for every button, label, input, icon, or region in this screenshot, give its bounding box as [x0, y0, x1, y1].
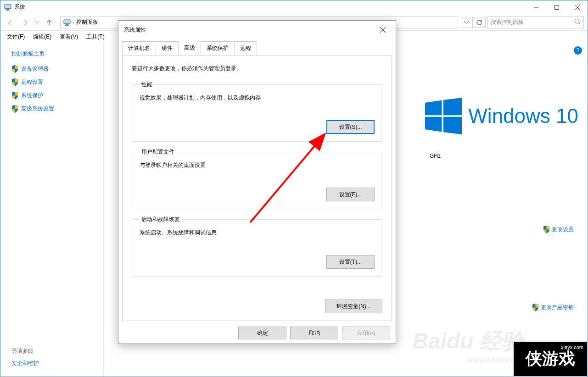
forward-arrow-icon	[22, 19, 29, 26]
system-properties-dialog: 系统属性 计算机名 硬件 高级 系统保护 远程 要进行大多数更改，你必须作为管理…	[118, 20, 396, 344]
change-settings-link[interactable]: 更改设置	[543, 226, 574, 233]
system-icon	[4, 4, 11, 11]
chevron-down-icon	[35, 21, 39, 24]
startup-settings-button[interactable]: 设置(T)...	[326, 255, 375, 269]
shield-icon	[11, 92, 18, 100]
user-profiles-group: 用户配置文件 与登录帐户相关的桌面设置 设置(E)...	[133, 148, 381, 209]
shield-icon	[532, 304, 539, 311]
tab-hardware[interactable]: 硬件	[156, 41, 179, 55]
search-box[interactable]: 搜索控制面板	[487, 17, 584, 28]
tab-panel-advanced: 要进行大多数更改，你必须作为管理员登录。 性能 视觉效果，处理器计划，内存使用，…	[122, 55, 392, 321]
monitor-icon	[63, 19, 71, 26]
performance-group: 性能 视觉效果，处理器计划，内存使用，以及虚拟内存 设置(S)...	[133, 81, 381, 142]
shield-icon	[11, 105, 18, 113]
sidebar-item-label: 高级系统设置	[21, 105, 54, 113]
admin-notice: 要进行大多数更改，你必须作为管理员登录。	[132, 65, 382, 72]
maximize-icon	[554, 5, 559, 10]
windows-logo-icon	[425, 98, 462, 134]
sidebar-item-label: 系统保护	[21, 92, 43, 100]
chevron-down-icon	[464, 21, 469, 24]
dialog-title: 系统属性	[124, 26, 375, 34]
back-button[interactable]	[4, 16, 17, 29]
startup-desc: 系统启动、系统故障和调试信息	[140, 229, 375, 237]
startup-group: 启动和故障恢复 系统启动、系统故障和调试信息 设置(T)...	[133, 216, 381, 277]
shield-icon	[11, 65, 18, 73]
control-panel-home[interactable]: 控制面板主页	[11, 50, 92, 58]
back-arrow-icon	[7, 19, 14, 26]
close-button[interactable]	[567, 0, 588, 14]
performance-settings-button[interactable]: 设置(S)...	[326, 120, 375, 134]
titlebar: 系统	[0, 0, 588, 14]
ghz-text: GHz	[430, 153, 441, 159]
forward-button[interactable]	[19, 16, 32, 29]
dialog-titlebar: 系统属性	[118, 21, 396, 39]
change-product-key-link[interactable]: 更改产品密钥	[532, 304, 574, 311]
address-dropdown[interactable]	[460, 17, 473, 28]
user-profiles-desc: 与登录帐户相关的桌面设置	[140, 161, 375, 169]
tab-advanced[interactable]: 高级	[178, 41, 201, 55]
menu-edit[interactable]: 编辑(E)	[29, 31, 55, 43]
dialog-close-button[interactable]	[375, 22, 390, 37]
security-maintenance-link[interactable]: 安全和维护	[11, 360, 39, 366]
sidebar: 控制面板主页 设备管理器 远程设置 系统保护 高级系统设置 另请参阅 安全和维护	[0, 43, 104, 377]
environment-variables-button[interactable]: 环境变量(N)...	[325, 299, 382, 313]
maximize-button[interactable]	[546, 0, 567, 14]
performance-legend: 性能	[140, 81, 154, 89]
sidebar-item-advanced-settings[interactable]: 高级系统设置	[11, 105, 92, 113]
search-icon	[574, 18, 581, 26]
svg-rect-4	[554, 5, 559, 9]
dialog-button-row: 确定 取消 应用(A)	[118, 321, 396, 345]
cancel-button[interactable]: 取消	[290, 327, 338, 339]
close-icon	[380, 27, 386, 33]
minimize-button[interactable]	[526, 0, 546, 14]
menu-tools[interactable]: 工具(T)	[83, 31, 108, 43]
startup-legend: 启动和故障恢复	[140, 216, 182, 223]
user-profiles-legend: 用户配置文件	[140, 148, 176, 156]
see-also-label: 另请参阅	[11, 347, 39, 355]
refresh-icon	[476, 19, 482, 26]
window-title: 系统	[14, 3, 526, 11]
tab-remote[interactable]: 远程	[234, 41, 257, 55]
sidebar-item-label: 远程设置	[21, 78, 43, 86]
shield-icon	[11, 78, 18, 86]
sidebar-item-device-manager[interactable]: 设备管理器	[11, 65, 92, 73]
dialog-tabs: 计算机名 硬件 高级 系统保护 远程	[118, 41, 396, 55]
close-icon	[575, 5, 580, 10]
svg-point-5	[575, 19, 579, 23]
shield-icon	[543, 226, 550, 233]
sidebar-item-system-protection[interactable]: 系统保护	[11, 92, 92, 100]
tab-system-protection[interactable]: 系统保护	[201, 41, 235, 55]
up-arrow-icon	[45, 19, 53, 26]
os-name: Windows 10	[468, 105, 578, 128]
recent-dropdown[interactable]	[34, 16, 41, 29]
xiayx-watermark: xiayx.com 侠游戏	[514, 342, 587, 376]
menu-file[interactable]: 文件(F)	[3, 31, 28, 43]
up-button[interactable]	[43, 16, 56, 29]
menu-view[interactable]: 查看(V)	[56, 31, 82, 43]
sidebar-item-label: 设备管理器	[21, 65, 49, 73]
windows-logo-area: Windows 10	[425, 98, 578, 134]
search-placeholder: 搜索控制面板	[491, 18, 524, 26]
minimize-icon	[534, 5, 538, 10]
apply-button[interactable]: 应用(A)	[342, 327, 390, 339]
tab-computer-name[interactable]: 计算机名	[122, 41, 156, 55]
performance-desc: 视觉效果，处理器计划，内存使用，以及虚拟内存	[140, 94, 375, 102]
ok-button[interactable]: 确定	[238, 327, 286, 339]
user-profiles-settings-button[interactable]: 设置(E)...	[326, 188, 375, 201]
breadcrumb[interactable]: 控制面板	[76, 18, 98, 26]
refresh-button[interactable]	[473, 17, 486, 28]
sidebar-item-remote-settings[interactable]: 远程设置	[11, 78, 92, 86]
